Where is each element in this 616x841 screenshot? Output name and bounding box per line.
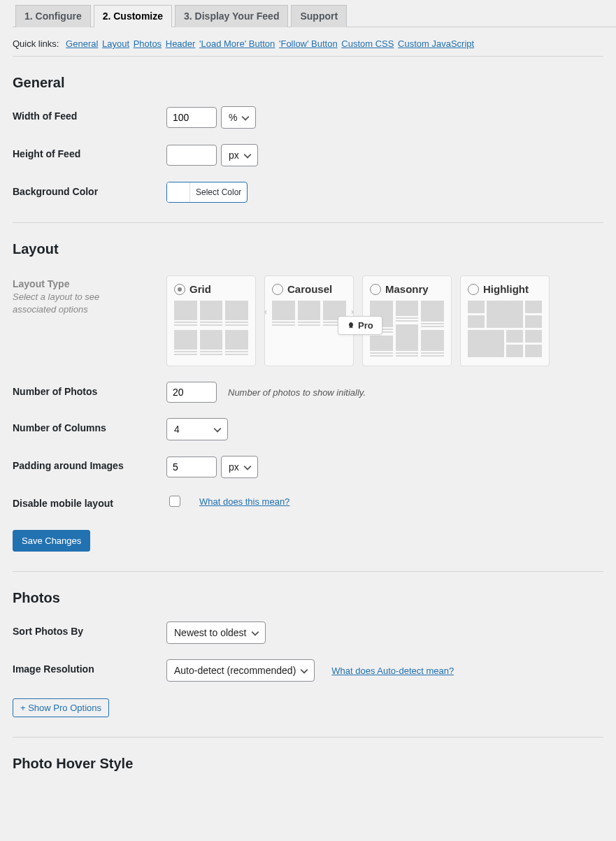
number-of-columns-label: Number of Columns <box>13 418 166 433</box>
section-title-hover: Photo Hover Style <box>13 756 603 772</box>
height-of-feed-label: Height of Feed <box>13 144 166 159</box>
quick-link-photos[interactable]: Photos <box>134 38 162 49</box>
pro-badge: Pro <box>338 316 382 335</box>
sort-photos-by-label: Sort Photos By <box>13 621 166 637</box>
save-changes-button[interactable]: Save Changes <box>13 530 90 552</box>
select-color-text: Select Color <box>190 182 247 202</box>
height-of-feed-unit-select[interactable]: px <box>221 144 258 166</box>
disable-mobile-checkbox[interactable] <box>169 496 180 507</box>
background-color-label: Background Color <box>13 182 166 197</box>
chevron-left-icon: ‹ <box>264 307 267 317</box>
quick-link-follow[interactable]: 'Follow' Button <box>279 38 338 49</box>
chevron-down-icon <box>213 425 222 433</box>
section-title-layout: Layout <box>13 241 603 257</box>
disable-mobile-help-link[interactable]: What does this mean? <box>199 496 289 507</box>
chevron-down-icon <box>241 113 250 122</box>
layout-type-options: Grid <box>166 275 550 366</box>
quick-links-lead: Quick links: <box>13 38 59 49</box>
tab-configure[interactable]: 1. Configure <box>15 5 91 27</box>
height-of-feed-input[interactable] <box>166 145 217 166</box>
quick-link-customjs[interactable]: Custom JavaScript <box>398 38 474 49</box>
color-swatch <box>167 182 190 202</box>
section-title-general: General <box>13 75 603 91</box>
quick-links: Quick links: General Layout Photos Heade… <box>13 27 603 57</box>
tab-display-feed[interactable]: 3. Display Your Feed <box>175 5 288 27</box>
chevron-down-icon <box>243 151 252 159</box>
number-of-photos-input[interactable] <box>166 382 217 403</box>
disable-mobile-layout-label: Disable mobile layout <box>13 494 166 509</box>
layout-option-grid[interactable]: Grid <box>166 275 256 366</box>
image-resolution-label: Image Resolution <box>13 659 166 675</box>
number-of-columns-select[interactable]: 4 <box>166 418 228 440</box>
sort-photos-by-select[interactable]: Newest to oldest <box>166 621 266 644</box>
padding-around-images-label: Padding around Images <box>13 456 166 471</box>
section-title-photos: Photos <box>13 590 603 606</box>
chevron-down-icon <box>251 628 259 637</box>
chevron-down-icon <box>300 666 308 675</box>
radio-icon <box>370 284 381 295</box>
radio-icon <box>468 284 479 295</box>
width-of-feed-input[interactable] <box>166 107 217 128</box>
number-of-photos-hint: Number of photos to show initially. <box>228 387 366 398</box>
width-of-feed-label: Width of Feed <box>13 106 166 122</box>
width-of-feed-unit-select[interactable]: % <box>221 106 256 129</box>
quick-link-customcss[interactable]: Custom CSS <box>341 38 394 49</box>
chevron-down-icon <box>243 463 252 471</box>
layout-type-desc: Select a layout to see associated option… <box>13 291 138 315</box>
chevron-right-icon: › <box>351 307 354 317</box>
radio-checked-icon <box>174 284 185 295</box>
tab-customize[interactable]: 2. Customize <box>94 5 172 27</box>
number-of-photos-label: Number of Photos <box>13 382 166 397</box>
tab-support[interactable]: Support <box>291 5 347 27</box>
radio-icon <box>272 284 283 295</box>
rocket-icon <box>347 322 355 330</box>
show-pro-options-button[interactable]: + Show Pro Options <box>13 698 109 717</box>
image-resolution-select[interactable]: Auto-detect (recommended) <box>166 659 315 682</box>
quick-link-layout[interactable]: Layout <box>102 38 129 49</box>
background-color-picker[interactable]: Select Color <box>166 182 248 203</box>
layout-type-label: Layout Type <box>13 278 166 289</box>
quick-link-loadmore[interactable]: 'Load More' Button <box>199 38 275 49</box>
layout-option-highlight[interactable]: Highlight <box>460 275 550 366</box>
padding-unit-select[interactable]: px <box>221 456 258 478</box>
main-tabs: 1. Configure 2. Customize 3. Display You… <box>13 0 616 27</box>
image-resolution-help-link[interactable]: What does Auto-detect mean? <box>331 666 454 676</box>
quick-link-header[interactable]: Header <box>166 38 196 49</box>
padding-around-images-input[interactable] <box>166 457 217 477</box>
quick-link-general[interactable]: General <box>66 38 98 49</box>
